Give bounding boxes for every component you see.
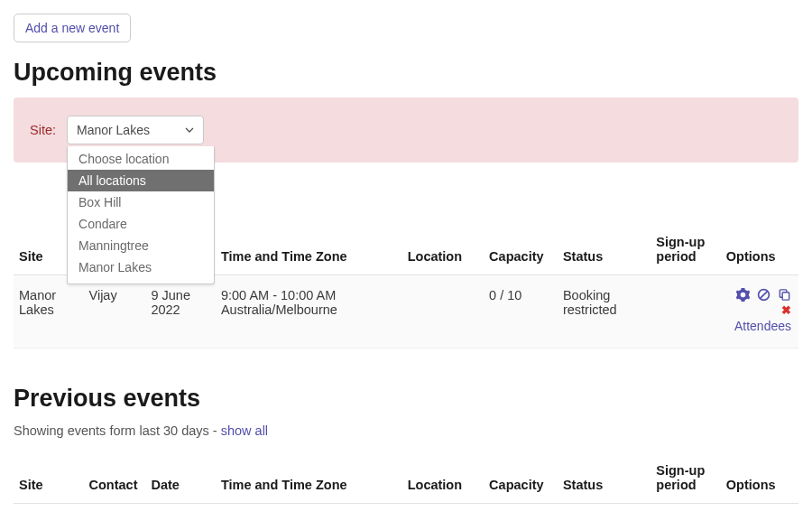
add-event-button[interactable]: Add a new event [14, 14, 131, 42]
site-filter-label: Site: [30, 123, 56, 137]
col-time: Time and Time Zone [216, 454, 402, 504]
col-time: Time and Time Zone [216, 226, 402, 275]
site-filter-bar: Site: Manor Lakes Choose locationAll loc… [14, 98, 798, 163]
show-all-link[interactable]: show all [221, 423, 268, 438]
col-signup: Sign-up period [651, 226, 721, 275]
site-option[interactable]: Manningtree [68, 235, 214, 256]
col-contact: Contact [84, 454, 146, 504]
cell-signup [651, 275, 721, 349]
col-location: Location [402, 226, 484, 275]
col-options: Options [721, 226, 798, 275]
site-select[interactable]: Manor Lakes [67, 116, 204, 144]
cell-site: Manor Lakes [14, 275, 84, 349]
site-option[interactable]: Condare [68, 213, 214, 235]
site-option[interactable]: Manor Lakes [68, 256, 214, 278]
svg-rect-3 [782, 293, 789, 300]
col-status: Status [558, 226, 651, 275]
cell-location [402, 275, 484, 349]
cell-time: 9:00 AM - 10:00 AM Australia/Melbourne [216, 275, 402, 349]
delete-icon[interactable]: ✖ [726, 303, 791, 317]
previous-events-caption: Showing events form last 30 days - show … [14, 423, 798, 438]
cell-status: Booking restricted [558, 275, 651, 349]
col-status: Status [558, 454, 651, 504]
attendees-link[interactable]: Attendees [726, 319, 791, 333]
site-dropdown: Choose locationAll locationsBox HillCond… [67, 146, 215, 284]
table-header-row: Site Contact Date Time and Time Zone Loc… [14, 454, 798, 504]
gear-icon[interactable] [736, 288, 750, 302]
site-select-value: Manor Lakes [77, 123, 150, 137]
svg-line-1 [761, 292, 768, 299]
site-option[interactable]: Box Hill [68, 191, 214, 213]
site-option[interactable]: Choose location [68, 148, 214, 170]
site-option[interactable]: All locations [68, 170, 214, 191]
cell-date: 9 June 2022 [145, 275, 216, 349]
chevron-down-icon [185, 127, 194, 133]
upcoming-events-heading: Upcoming events [14, 59, 798, 87]
col-options: Options [721, 454, 798, 504]
cell-options: ✖ Attendees [721, 275, 798, 349]
previous-caption-text: Showing events form last 30 days - [14, 423, 221, 438]
col-site: Site [14, 454, 84, 504]
previous-events-heading: Previous events [14, 385, 798, 413]
col-date: Date [145, 454, 216, 504]
table-row: Manor Lakes Vijay 9 June 2022 9:00 AM - … [14, 275, 798, 349]
col-signup: Sign-up period [651, 454, 721, 504]
previous-events-table: Site Contact Date Time and Time Zone Loc… [14, 454, 798, 504]
block-icon[interactable] [757, 288, 770, 302]
cell-contact: Vijay [84, 275, 146, 349]
row-option-icons [726, 288, 791, 302]
copy-icon[interactable] [778, 288, 791, 302]
col-capacity: Capacity [484, 226, 558, 275]
cell-capacity: 0 / 10 [484, 275, 558, 349]
site-select-wrap: Manor Lakes Choose locationAll locations… [67, 116, 204, 144]
col-capacity: Capacity [484, 454, 558, 504]
col-location: Location [402, 454, 484, 504]
